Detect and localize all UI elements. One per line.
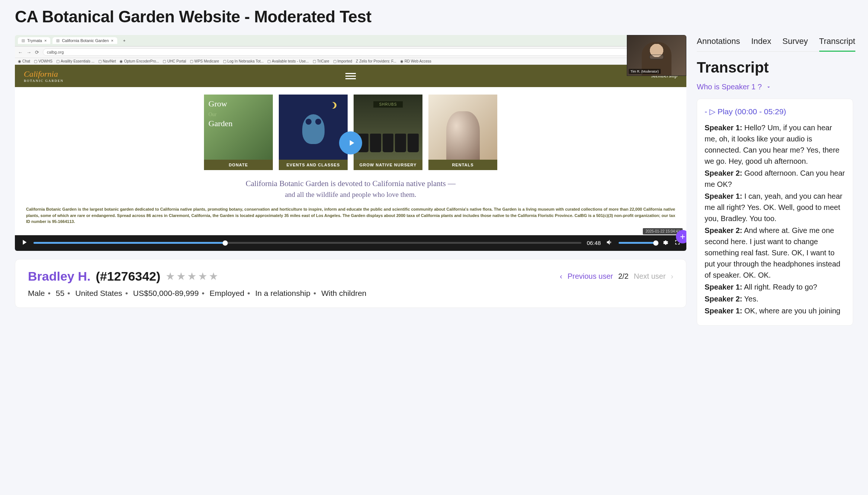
bookmark-item: ◉ Optum EncoderPro... bbox=[119, 59, 159, 63]
new-tab-button: + bbox=[119, 37, 129, 44]
sign-label: SHRUBS bbox=[373, 101, 403, 108]
volume-icon[interactable] bbox=[606, 239, 613, 248]
webcam-pip: Tim R. (Moderator) bbox=[627, 35, 686, 76]
star-icon[interactable]: ★ bbox=[166, 270, 175, 282]
bookmark-item: ▢ Log In Nebraska Tot... bbox=[223, 59, 264, 63]
user-meta: Male• 55• United States• US$50,000-89,99… bbox=[28, 289, 673, 298]
transcript-line[interactable]: Speaker 2: Yes. bbox=[705, 293, 845, 304]
progress-bar[interactable] bbox=[33, 242, 581, 244]
tagline-2: and all the wildlife and people who love… bbox=[26, 191, 675, 199]
tagline-1: California Botanic Garden is devoted to … bbox=[26, 179, 675, 188]
site-header: California BOTANIC GARDEN Membership bbox=[15, 65, 686, 87]
time-display: 06:48 bbox=[587, 240, 601, 246]
tab-survey[interactable]: Survey bbox=[782, 35, 808, 51]
transcript-line[interactable]: Speaker 2: And where at. Give me one sec… bbox=[705, 225, 845, 281]
transcript-line[interactable]: Speaker 1: Hello? Um, if you can hear me… bbox=[705, 122, 845, 167]
bookmark-item: Z Zelis for Providers: F... bbox=[356, 59, 396, 63]
menu-icon bbox=[345, 71, 356, 81]
chevron-right-icon: › bbox=[671, 272, 673, 281]
browser-tab-label: California Botanic Garden bbox=[62, 38, 109, 43]
star-icon[interactable]: ★ bbox=[209, 270, 218, 282]
site-card-nursery: SHRUBS GROW NATIVE NURSERY bbox=[354, 95, 422, 170]
tab-annotations[interactable]: Annotations bbox=[697, 35, 740, 51]
tab-transcript[interactable]: Transcript bbox=[819, 35, 855, 51]
bookmark-item: ▢ NaviNet bbox=[98, 59, 116, 63]
browser-tab: California Botanic Garden× bbox=[52, 37, 117, 44]
page-title: CA Botanical Garden Website - Moderated … bbox=[15, 7, 853, 26]
browser-toolbar: ← → ⟳ calbg.org bbox=[15, 47, 686, 58]
site-card-rentals: RENTALS bbox=[428, 95, 497, 170]
site-paragraph: California Botanic Garden is the largest… bbox=[26, 206, 675, 225]
star-icon[interactable]: ★ bbox=[176, 270, 186, 282]
bookmark-item: ▢ Available tests - Use... bbox=[267, 59, 309, 63]
speaker-filter-label: Who is Speaker 1 ? bbox=[697, 83, 762, 91]
card-label: RENTALS bbox=[428, 160, 497, 170]
card-label: DONATE bbox=[204, 160, 273, 170]
webcam-label: Tim R. (Moderator) bbox=[629, 69, 661, 74]
play-overlay-button[interactable] bbox=[339, 131, 362, 154]
bookmark-item: ◉ RD Web Access bbox=[400, 59, 431, 63]
chevron-left-icon[interactable]: ‹ bbox=[560, 272, 562, 281]
rating-stars[interactable]: ★ ★ ★ ★ ★ bbox=[166, 270, 218, 282]
tab-index[interactable]: Index bbox=[751, 35, 771, 51]
bookmark-item: ▢ TriCare bbox=[313, 59, 329, 63]
card-label: EVENTS AND CLASSES bbox=[279, 160, 348, 170]
bookmarks-bar: ◉ Chat ▢ VOWHS ▢ Availity Essentials ...… bbox=[15, 58, 686, 65]
bookmark-item: ▢ Imported bbox=[333, 59, 352, 63]
panel-tabs: Annotations Index Survey Transcript bbox=[697, 35, 853, 52]
site-card-events: EVENTS AND CLASSES bbox=[279, 95, 348, 170]
star-icon[interactable]: ★ bbox=[187, 270, 197, 282]
user-name[interactable]: Bradley H. bbox=[28, 269, 90, 284]
browser-tab-label: Trymata bbox=[27, 38, 42, 43]
transcript-line[interactable]: Speaker 1: All right. Ready to go? bbox=[705, 281, 845, 293]
browser-tab: Trymata× bbox=[18, 37, 50, 44]
transcript-line[interactable]: Speaker 1: OK, where are you uh joining bbox=[705, 305, 845, 316]
reload-icon: ⟳ bbox=[35, 50, 39, 55]
volume-slider[interactable] bbox=[619, 242, 656, 244]
back-icon: ← bbox=[18, 50, 23, 55]
user-card: Bradley H. (#1276342) ★ ★ ★ ★ ★ ‹ Previo… bbox=[15, 259, 686, 308]
chevron-down-icon bbox=[766, 84, 772, 90]
browser-tabbar: Trymata× California Botanic Garden× + bbox=[15, 35, 686, 47]
add-annotation-button[interactable]: + bbox=[676, 230, 686, 243]
star-icon[interactable]: ★ bbox=[198, 270, 207, 282]
transcript-line[interactable]: Speaker 1: I can, yeah, and you can hear… bbox=[705, 191, 845, 224]
settings-icon[interactable] bbox=[661, 239, 668, 248]
card-label: GROW NATIVE NURSERY bbox=[354, 160, 422, 170]
speaker-filter-dropdown[interactable]: Who is Speaker 1 ? bbox=[697, 83, 853, 91]
panel-title: Transcript bbox=[697, 59, 853, 76]
video-controls: 2025-01-22 15:04:41 + 06:48 bbox=[15, 235, 686, 251]
bookmark-item: ◉ Chat bbox=[18, 59, 30, 63]
forward-icon: → bbox=[26, 50, 31, 55]
site-card-donate: GrowOurGarden DONATE bbox=[204, 95, 273, 170]
play-button[interactable] bbox=[20, 238, 28, 248]
bookmark-item: ▢ VOWHS bbox=[34, 59, 52, 63]
transcript-box: - ▷ Play (00:00 - 05:29) Speaker 1: Hell… bbox=[697, 99, 853, 326]
bookmark-item: ▢ WPS Medicare bbox=[190, 59, 219, 63]
bookmark-item: ▢ Availity Essentials ... bbox=[56, 59, 95, 63]
user-id: (#1276342) bbox=[96, 269, 160, 284]
site-logo: California BOTANIC GARDEN bbox=[24, 69, 64, 83]
bookmark-item: ▢ UHC Portal bbox=[163, 59, 186, 63]
site-body: GrowOurGarden DONATE EVENTS AND CLASSES … bbox=[15, 87, 686, 235]
play-segment-link[interactable]: - ▷ Play (00:00 - 05:29) bbox=[705, 107, 845, 116]
previous-user-link[interactable]: Previous user bbox=[568, 272, 613, 281]
next-user-link: Next user bbox=[634, 272, 666, 281]
transcript-line[interactable]: Speaker 2: Good afternoon. Can you hear … bbox=[705, 167, 845, 190]
video-player: Trymata× California Botanic Garden× + ← … bbox=[15, 35, 686, 251]
url-bar: calbg.org bbox=[43, 48, 683, 56]
user-page-indicator: 2/2 bbox=[618, 272, 629, 281]
